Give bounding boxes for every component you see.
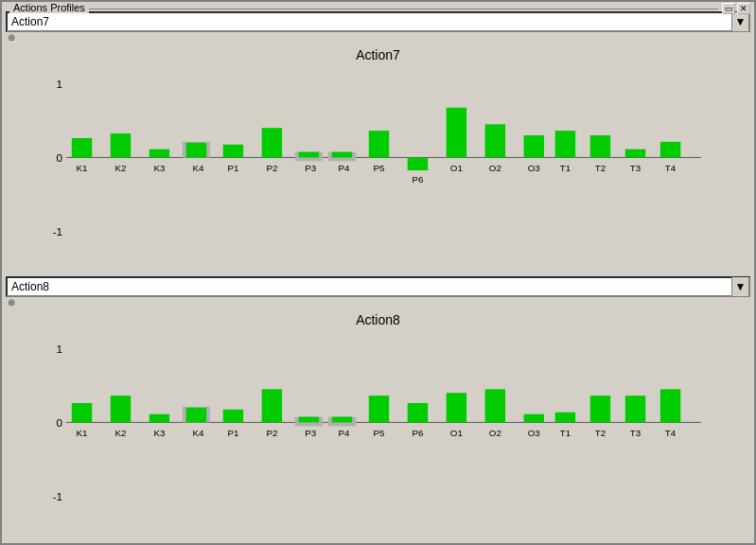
svg-text:P4: P4 [338, 163, 350, 173]
bar-T2-c1 [590, 135, 610, 157]
svg-text:1: 1 [57, 78, 63, 90]
bar-O1-c2 [447, 393, 466, 422]
bar-K4-c2 [186, 408, 206, 423]
svg-text:P5: P5 [374, 163, 386, 173]
chart1-svg: 1 0 -1 K1 K2 K3 K4 [6, 62, 750, 247]
chart1-title: Action7 [6, 42, 750, 62]
bar-P6-c2 [408, 403, 428, 422]
svg-text:K1: K1 [77, 163, 88, 173]
svg-text:P1: P1 [227, 428, 238, 438]
bar-P3-c1 [299, 152, 319, 158]
svg-text:K1: K1 [77, 428, 88, 438]
bar-O2-c1 [485, 124, 505, 157]
svg-text:T2: T2 [595, 163, 606, 173]
restore-button[interactable]: ▭ [722, 3, 735, 14]
svg-text:K2: K2 [115, 428, 127, 438]
svg-text:P6: P6 [412, 174, 423, 185]
svg-text:P2: P2 [266, 428, 277, 438]
close-button[interactable]: ✕ [737, 3, 750, 14]
svg-text:P5: P5 [374, 428, 386, 438]
bar-T4-c1 [660, 142, 680, 158]
bar-T3-c2 [625, 396, 645, 422]
bar-T1-c1 [555, 131, 575, 157]
bar-P1-c2 [223, 410, 243, 423]
chart1-dropdown-arrow[interactable]: ▼ [731, 12, 748, 31]
bar-T1-c2 [555, 413, 575, 423]
chart2-resize-handle[interactable]: ⊕ [6, 297, 750, 307]
svg-text:T1: T1 [560, 428, 571, 438]
bar-P1-c1 [223, 145, 243, 158]
svg-text:K4: K4 [192, 428, 204, 438]
svg-text:P4: P4 [338, 428, 350, 438]
chart1-dropdown-label: Action7 [8, 15, 731, 28]
svg-text:K3: K3 [153, 428, 165, 438]
svg-text:P6: P6 [412, 428, 423, 438]
chart2-section: Action8 ▼ ⊕ Action8 1 0 -1 K1 K2 [6, 276, 750, 539]
bar-P5-c1 [369, 131, 389, 157]
bar-O3-c1 [524, 135, 544, 157]
svg-text:T1: T1 [560, 163, 571, 173]
chart2-title: Action8 [6, 307, 750, 327]
bar-O3-c2 [524, 414, 544, 423]
bar-P4-c1 [332, 152, 352, 158]
svg-text:O3: O3 [528, 428, 540, 438]
chart2-dropdown-arrow[interactable]: ▼ [731, 277, 748, 296]
chart1-section: Action7 ▼ ⊕ Action7 1 0 -1 K1 K2 [6, 11, 750, 267]
bar-K3-c1 [149, 149, 169, 158]
svg-text:O1: O1 [450, 163, 463, 173]
bar-P3-c2 [299, 417, 319, 423]
bar-K2-c2 [111, 396, 131, 422]
svg-text:P1: P1 [227, 163, 238, 173]
chart1-area: Action7 1 0 -1 K1 K2 K3 [6, 42, 750, 259]
svg-text:T3: T3 [630, 428, 641, 438]
chart2-dropdown-label: Action8 [8, 280, 731, 293]
svg-text:O3: O3 [528, 163, 540, 173]
svg-text:T2: T2 [595, 428, 606, 438]
bar-K4-c1 [186, 143, 206, 158]
bar-K3-c2 [149, 414, 169, 423]
bar-P6-c1 [408, 157, 428, 170]
bar-K2-c1 [111, 133, 131, 157]
svg-text:-1: -1 [53, 225, 62, 237]
bar-P4-c2 [332, 417, 352, 423]
svg-text:T4: T4 [665, 428, 677, 438]
panel-title: Actions Profiles [9, 2, 89, 13]
svg-text:0: 0 [57, 151, 63, 164]
bar-P2-c1 [262, 128, 282, 157]
svg-text:0: 0 [57, 416, 63, 429]
svg-text:-1: -1 [53, 490, 62, 502]
bar-P5-c2 [369, 396, 389, 422]
bar-K1-c2 [72, 403, 92, 422]
svg-text:P3: P3 [305, 428, 316, 438]
svg-text:1: 1 [57, 343, 63, 355]
svg-text:T3: T3 [630, 163, 641, 173]
svg-text:K3: K3 [153, 163, 165, 173]
main-panel: Actions Profiles ▭ ✕ Action7 ▼ ⊕ Action7… [0, 0, 756, 545]
chart2-area: Action8 1 0 -1 K1 K2 K3 K4 [6, 307, 750, 512]
bar-T4-c2 [660, 389, 680, 422]
bar-K1-c1 [72, 138, 92, 157]
svg-text:K2: K2 [115, 163, 127, 173]
svg-text:O2: O2 [489, 163, 501, 173]
svg-text:O2: O2 [489, 428, 501, 438]
svg-text:T4: T4 [665, 163, 677, 173]
chart2-svg: 1 0 -1 K1 K2 K3 K4 P1 [6, 327, 750, 512]
bar-O2-c2 [485, 389, 505, 422]
svg-text:P3: P3 [305, 163, 316, 173]
chart2-dropdown[interactable]: Action8 ▼ [6, 276, 750, 297]
svg-text:P2: P2 [266, 163, 277, 173]
svg-text:K4: K4 [192, 163, 204, 173]
bar-P2-c2 [262, 389, 282, 422]
svg-text:O1: O1 [450, 428, 463, 438]
bar-O1-c1 [447, 108, 466, 158]
chart1-resize-handle[interactable]: ⊕ [6, 32, 750, 42]
bar-T3-c1 [625, 149, 645, 158]
bar-T2-c2 [590, 396, 610, 422]
